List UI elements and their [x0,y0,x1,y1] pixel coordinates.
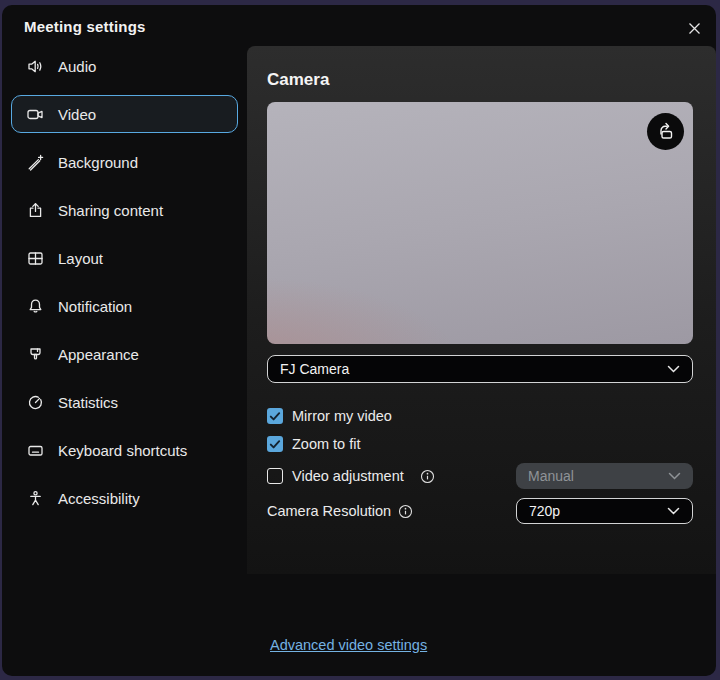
sidebar-item-accessibility[interactable]: Accessibility [11,479,238,517]
close-button[interactable] [682,16,706,40]
chevron-down-icon [667,507,680,515]
toggle-label: Zoom to fit [292,436,361,452]
toggle-label: Mirror my video [292,408,392,424]
sidebar-item-label: Background [58,154,138,171]
checkbox-video-adjustment[interactable] [267,468,283,484]
sidebar-item-label: Statistics [58,394,118,411]
camera-resolution-row: Camera Resolution 720p [267,498,693,524]
dialog-title: Meeting settings [24,18,146,35]
chevron-down-icon [668,472,681,480]
sidebar-item-label: Sharing content [58,202,163,219]
share-icon [26,201,45,220]
toggle-row: Zoom to fit [267,433,693,455]
toggle-row: Mirror my video [267,405,693,427]
accessibility-icon [26,489,45,508]
pie-chart-icon [26,393,45,412]
sidebar-item-keyboard-shortcuts[interactable]: Keyboard shortcuts [11,431,238,469]
info-icon[interactable] [420,469,435,484]
sidebar-item-audio[interactable]: Audio [11,47,238,85]
bell-icon [26,297,45,316]
sidebar-item-label: Audio [58,58,96,75]
camera-device-select[interactable]: FJ Camera [267,355,693,383]
speaker-icon [26,57,45,76]
flip-camera-icon [655,121,676,142]
sidebar-item-label: Video [58,106,96,123]
keyboard-icon [26,441,45,460]
video-adjustment-label: Video adjustment [292,468,404,484]
checkbox-zoom-to-fit[interactable] [267,436,283,452]
camera-resolution-select-value: 720p [529,503,560,519]
camera-preview [267,102,693,344]
camera-resolution-select[interactable]: 720p [516,498,693,524]
toggle-list: Mirror my video Zoom to fit [267,405,693,455]
video-settings-panel: Camera FJ Camera Mirror my vide [247,46,716,574]
close-icon [687,21,702,36]
chevron-down-icon [667,365,680,373]
info-icon[interactable] [398,504,413,519]
sidebar-item-label: Notification [58,298,132,315]
flip-camera-button[interactable] [647,113,684,150]
video-adjustment-row: Video adjustment Manual [267,463,693,489]
sidebar-item-label: Layout [58,250,103,267]
checkbox-mirror-my-video[interactable] [267,408,283,424]
sidebar-item-label: Accessibility [58,490,140,507]
video-adjustment-select-value: Manual [528,468,574,484]
layout-grid-icon [26,249,45,268]
sidebar-item-sharing-content[interactable]: Sharing content [11,191,238,229]
sidebar-item-appearance[interactable]: Appearance [11,335,238,373]
sidebar-item-label: Keyboard shortcuts [58,442,187,459]
page-title: Camera [267,70,693,90]
sidebar: Audio Video Background Sharing content L… [2,47,247,527]
magic-wand-icon [26,153,45,172]
sidebar-item-video[interactable]: Video [11,95,238,133]
camera-resolution-label: Camera Resolution [267,503,391,519]
meeting-settings-dialog: Meeting settings Audio Video Background … [2,5,716,676]
video-adjustment-select: Manual [516,463,693,489]
advanced-video-settings-link[interactable]: Advanced video settings [270,637,427,653]
sidebar-item-statistics[interactable]: Statistics [11,383,238,421]
sidebar-item-background[interactable]: Background [11,143,238,181]
sidebar-item-layout[interactable]: Layout [11,239,238,277]
paintbrush-icon [26,345,45,364]
video-camera-icon [26,105,45,124]
sidebar-item-label: Appearance [58,346,139,363]
camera-device-value: FJ Camera [280,361,349,377]
sidebar-item-notification[interactable]: Notification [11,287,238,325]
